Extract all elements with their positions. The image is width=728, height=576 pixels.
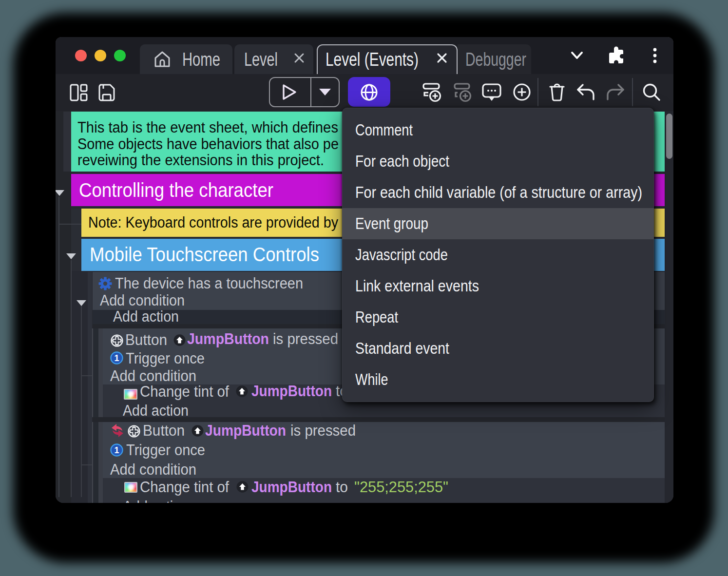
svg-text:1: 1 — [114, 353, 119, 363]
svg-text:1: 1 — [114, 445, 119, 455]
